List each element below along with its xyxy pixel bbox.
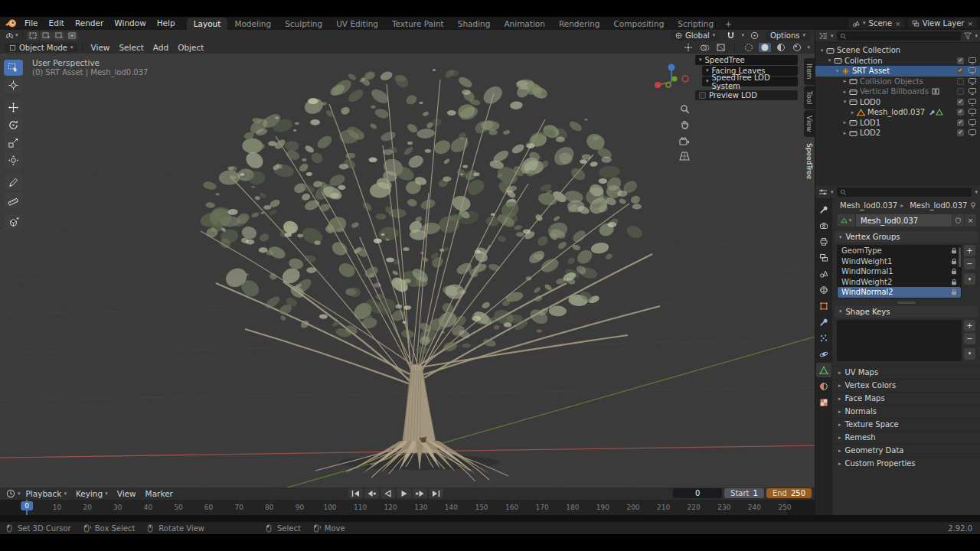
panel-vertex-colors[interactable]: ▸Vertex Colors [832, 379, 980, 392]
properties-tab-material[interactable] [816, 379, 831, 393]
vertex-group-windnormal1[interactable]: WindNormal1 [838, 266, 961, 277]
outliner-item-vertical-billboards[interactable]: ▸Vertical Billboards [815, 86, 980, 97]
vertex-group-windnormal2[interactable]: WindNormal2 [838, 287, 961, 298]
panel-row-speedtree[interactable]: ▾SpeedTree [695, 55, 798, 65]
viewport-menu-object[interactable]: Object [173, 43, 208, 52]
timeline-menu-marker[interactable]: Marker [141, 489, 178, 498]
expand-icon[interactable]: ▸ [849, 109, 856, 116]
outliner-item-scene-collection[interactable]: ▾Scene Collection [815, 45, 980, 56]
disable-in-viewport-icon[interactable] [969, 78, 976, 86]
collapse-icon[interactable]: ▾ [834, 68, 841, 74]
add-workspace-button[interactable]: + [720, 18, 737, 30]
workspace-tab-layout[interactable]: Layout [187, 18, 228, 30]
breadcrumb-data[interactable]: Mesh_lod0.037 [910, 201, 967, 210]
zoom-icon[interactable] [678, 103, 691, 115]
proportional-editing-icon[interactable] [749, 31, 761, 41]
tool-scale-button[interactable] [4, 135, 23, 151]
breadcrumb-object[interactable]: Mesh_lod0.037 [840, 201, 897, 210]
visibility-checkbox[interactable]: ✓ [957, 119, 964, 126]
tool-measure-button[interactable] [4, 192, 23, 208]
panel-normals[interactable]: ▸Normals [832, 405, 980, 418]
sidebar-tab-speedtree[interactable]: SpeedTree [804, 138, 815, 184]
outliner-search-input[interactable] [837, 31, 962, 41]
preview-lod-checkbox[interactable] [699, 92, 706, 99]
properties-tab-particles[interactable] [816, 331, 831, 345]
jump-start-button[interactable] [348, 488, 363, 498]
blender-logo-icon[interactable] [5, 18, 17, 28]
tool-cursor-button[interactable] [4, 77, 23, 93]
vertex-group-windweight2[interactable]: WindWeight2 [838, 277, 961, 288]
next-key-button[interactable] [413, 488, 427, 498]
disable-in-viewport-icon[interactable] [969, 88, 976, 96]
jump-end-button[interactable] [429, 488, 443, 498]
disable-in-viewport-icon[interactable] [969, 129, 976, 138]
sidebar-tab-item[interactable]: Item [804, 58, 815, 85]
outliner-editor-icon[interactable] [818, 32, 828, 40]
play-button[interactable] [397, 488, 411, 498]
outliner-item-collision-objects[interactable]: ▸Collision Objects [815, 77, 980, 87]
show-gizmo-icon[interactable] [682, 43, 694, 52]
timeline-editor-icon[interactable] [6, 489, 15, 498]
select-mode-subtract-icon[interactable] [53, 31, 65, 41]
outliner-item-srt-asset[interactable]: ▾SRT Asset✓ [815, 66, 980, 77]
properties-tab-output[interactable] [816, 234, 831, 249]
pin-icon[interactable] [970, 202, 976, 209]
tool-transform-button[interactable] [4, 152, 23, 168]
navigation-gizmo[interactable] [651, 58, 691, 100]
editor-type-icon[interactable] [3, 31, 15, 41]
expand-icon[interactable]: ▸ [841, 89, 848, 95]
lock-icon[interactable] [951, 247, 957, 254]
list-scrollbar[interactable] [959, 247, 961, 267]
menu-render[interactable]: Render [70, 17, 109, 30]
vertex-groups-panel-header[interactable]: ▾ Vertex Groups [835, 231, 978, 243]
transform-orientation-dropdown[interactable]: Global ▾ [671, 31, 720, 41]
scene-selector[interactable]: ▾ Scene × [848, 18, 905, 28]
tool-rotate-button[interactable] [4, 117, 23, 133]
menu-file[interactable]: File [19, 17, 44, 30]
workspace-tab-texture-paint[interactable]: Texture Paint [385, 18, 451, 30]
vertex-group-geomtype[interactable]: GeomType [838, 246, 961, 256]
collapse-icon[interactable]: ▾ [818, 47, 825, 54]
lock-icon[interactable] [951, 258, 957, 265]
properties-tab-world[interactable] [816, 282, 831, 297]
tool-move-button[interactable] [4, 99, 23, 116]
datablock-browse-button[interactable]: ▾ [837, 214, 855, 227]
add-vertex-group-button[interactable]: + [964, 245, 975, 256]
options-dropdown[interactable]: Options ▾ [766, 31, 810, 41]
current-frame-field[interactable]: 0 [673, 488, 722, 498]
expand-icon[interactable]: ▸ [841, 119, 848, 126]
expand-icon[interactable]: ▸ [841, 130, 848, 136]
workspace-tab-modeling[interactable]: Modeling [227, 18, 278, 30]
frame-end-field[interactable]: End 250 [766, 488, 812, 498]
sidebar-tab-view[interactable]: View [804, 110, 815, 137]
disable-in-viewport-icon[interactable] [969, 109, 976, 117]
visibility-checkbox[interactable]: ✓ [957, 129, 964, 136]
panel-remesh[interactable]: ▸Remesh [832, 431, 980, 444]
mode-dropdown[interactable]: Object Mode ▾ [5, 43, 78, 52]
lock-icon[interactable] [951, 279, 957, 285]
close-icon[interactable]: × [895, 20, 901, 28]
viewport-menu-add[interactable]: Add [149, 43, 173, 52]
properties-tab-object[interactable] [816, 298, 831, 313]
viewport-menu-view[interactable]: View [87, 43, 115, 52]
shading-rendered-icon[interactable] [791, 43, 803, 52]
shading-wireframe-icon[interactable] [743, 43, 755, 52]
menu-help[interactable]: Help [152, 17, 181, 30]
play-rev-button[interactable] [381, 488, 395, 498]
fake-user-shield-button[interactable] [952, 214, 964, 227]
visibility-checkbox[interactable] [957, 88, 964, 95]
timeline-ruler[interactable]: 0102030405060708090100110120130140150160… [0, 500, 815, 515]
timeline-menu-view[interactable]: View [113, 489, 141, 498]
properties-tab-physics[interactable] [816, 347, 831, 361]
shading-material-icon[interactable] [775, 43, 787, 52]
frame-start-field[interactable]: Start 1 [724, 488, 764, 498]
tool-add-cube-button[interactable] [4, 214, 23, 230]
prev-key-button[interactable] [364, 488, 379, 498]
workspace-tab-shading[interactable]: Shading [451, 18, 498, 30]
disable-in-viewport-icon[interactable] [969, 99, 976, 107]
panel-face-maps[interactable]: ▸Face Maps [832, 392, 980, 405]
lock-icon[interactable] [951, 289, 957, 295]
shading-options-chevron-icon[interactable]: ▾ [807, 45, 810, 51]
collapse-icon[interactable]: ▾ [826, 57, 833, 64]
visibility-checkbox[interactable]: ✓ [957, 99, 964, 106]
